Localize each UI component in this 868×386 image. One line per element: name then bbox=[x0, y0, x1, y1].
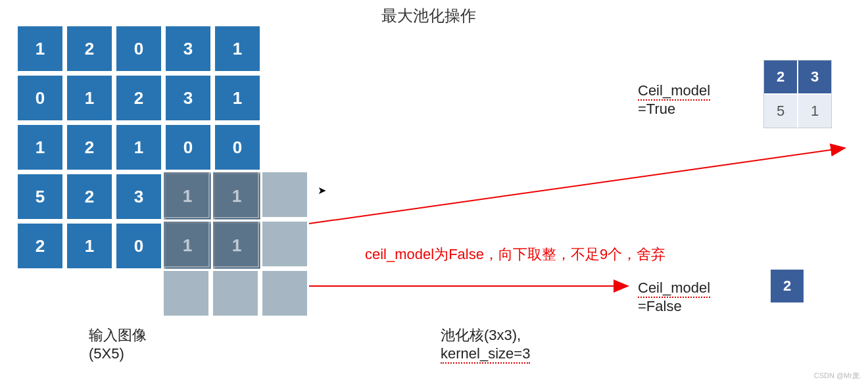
input-cell: 3 bbox=[164, 74, 212, 122]
output-cell: 1 bbox=[798, 95, 831, 128]
output-ceil-true-grid: 2 3 5 1 bbox=[764, 60, 831, 128]
overlap-cell: 1 bbox=[213, 222, 260, 269]
output-cell: 5 bbox=[764, 95, 797, 128]
kernel-cell bbox=[162, 270, 210, 317]
kernel-label: 池化核(3x3), kernel_size=3 bbox=[441, 326, 530, 364]
diagram-title: 最大池化操作 bbox=[381, 5, 476, 26]
cursor-icon: ➤ bbox=[318, 184, 326, 197]
input-cell: 2 bbox=[66, 25, 113, 72]
kernel-cell bbox=[261, 171, 308, 218]
input-cell: 1 bbox=[66, 74, 113, 122]
input-cell: 0 bbox=[115, 25, 162, 72]
input-cell: 1 bbox=[214, 25, 261, 72]
input-image-label: 输入图像 (5X5) bbox=[89, 326, 147, 362]
input-cell: 5 bbox=[16, 173, 64, 220]
input-cell: 3 bbox=[164, 25, 212, 72]
output-cell: 3 bbox=[798, 60, 831, 93]
red-annotation: ceil_model为False，向下取整，不足9个，舍弃 bbox=[365, 245, 665, 264]
ceil-false-label: Ceil_model =False bbox=[638, 279, 710, 315]
input-cell: 1 bbox=[115, 124, 162, 171]
input-label-text: 输入图像 bbox=[89, 327, 147, 343]
input-size-text: (5X5) bbox=[89, 345, 124, 362]
input-cell: 1 bbox=[214, 74, 261, 122]
overlap-cell: 1 bbox=[164, 222, 211, 269]
watermark: CSDN @Mr庞. bbox=[814, 371, 861, 381]
kernel-cell bbox=[261, 270, 308, 317]
input-cell: 0 bbox=[164, 124, 212, 171]
input-cell: 1 bbox=[16, 124, 64, 171]
input-cell: 1 bbox=[16, 25, 64, 72]
kernel-label-text: 池化核(3x3), bbox=[441, 327, 521, 343]
input-cell: 1 bbox=[66, 222, 113, 270]
ceil-false-text1: Ceil_model bbox=[638, 279, 710, 298]
input-cell: 0 bbox=[16, 74, 64, 122]
input-cell: 0 bbox=[214, 124, 261, 171]
ceil-true-text1: Ceil_model bbox=[638, 82, 710, 101]
overlap-cell: 1 bbox=[213, 172, 260, 220]
arrow-to-true bbox=[309, 148, 845, 224]
ceil-true-text2: =True bbox=[638, 101, 675, 117]
input-cell: 2 bbox=[16, 222, 64, 270]
input-cell: 3 bbox=[115, 173, 162, 220]
input-cell: 2 bbox=[115, 74, 162, 122]
ceil-true-label: Ceil_model =True bbox=[638, 82, 710, 118]
input-cell: 0 bbox=[115, 222, 162, 270]
kernel-size-text: kernel_size=3 bbox=[441, 345, 530, 364]
ceil-false-text2: =False bbox=[638, 298, 682, 314]
output-cell: 2 bbox=[764, 60, 797, 93]
input-cell: 2 bbox=[66, 124, 113, 171]
overlap-cell: 1 bbox=[164, 172, 211, 220]
kernel-cell bbox=[261, 220, 308, 268]
kernel-cell bbox=[212, 270, 259, 317]
input-cell: 2 bbox=[66, 173, 113, 220]
output-ceil-false-cell: 2 bbox=[771, 270, 804, 302]
